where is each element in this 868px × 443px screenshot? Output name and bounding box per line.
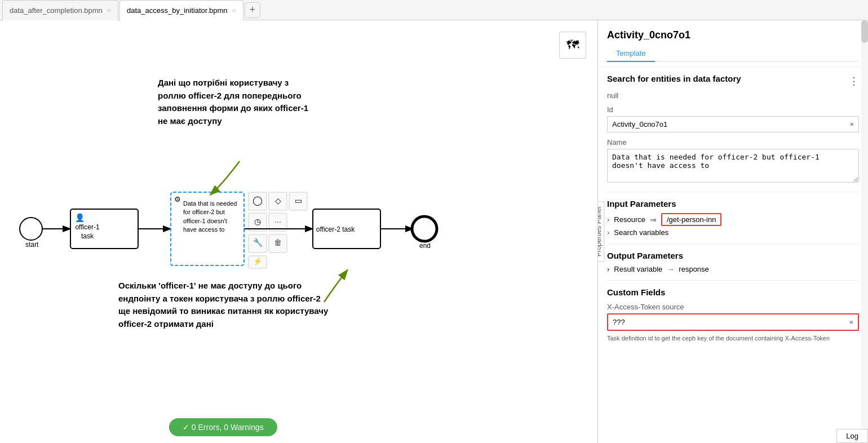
- svg-point-32: [412, 216, 437, 241]
- svg-rect-16: [249, 213, 267, 231]
- resource-arrow-icon: ⇒: [650, 215, 657, 224]
- panel-header: Activity_0cno7o1 Template: [598, 20, 868, 67]
- divider-1: [607, 192, 859, 192]
- divider-2: [607, 243, 859, 244]
- svg-text:start: start: [25, 241, 39, 249]
- svg-text:officer-1: officer-1: [75, 223, 99, 231]
- status-bar: ✓ 0 Errors, 0 Warnings: [169, 418, 277, 436]
- tab-label-2: data_access_by_initiator.bpmn: [127, 6, 228, 15]
- result-var-chevron[interactable]: ›: [607, 265, 609, 273]
- annotation-bottom-text: Оскільки 'officer-1' не має доступу до ц…: [118, 281, 328, 329]
- svg-rect-24: [249, 256, 267, 268]
- panel-title: Activity_0cno7o1: [607, 29, 859, 41]
- xaccess-clear-icon[interactable]: ×: [849, 318, 853, 326]
- svg-rect-18: [269, 213, 287, 231]
- resource-row: › Resource ⇒ /get-person-inn: [607, 213, 859, 226]
- input-params-title: Input Parameters: [607, 199, 859, 209]
- svg-text:⚡: ⚡: [253, 256, 263, 266]
- result-var-label: Result variable: [614, 265, 662, 273]
- svg-text:···: ···: [274, 217, 281, 226]
- tab-label-1: data_after_completion.bpmn: [10, 6, 103, 15]
- svg-text:◇: ◇: [275, 196, 281, 205]
- xaccess-value: ???: [613, 318, 625, 326]
- null-text: null: [607, 91, 859, 100]
- svg-rect-14: [289, 192, 307, 210]
- result-var-arrow: →: [667, 265, 674, 273]
- properties-panel-vertical-label: Properties Panel: [597, 202, 604, 262]
- svg-point-0: [20, 218, 42, 240]
- result-var-value: response: [679, 265, 708, 273]
- custom-fields-title: Custom Fields: [607, 287, 859, 297]
- status-label: ✓ 0 Errors, 0 Warnings: [183, 423, 264, 432]
- more-options-icon[interactable]: ⋮: [849, 75, 859, 87]
- tab-data-access-by-initiator[interactable]: data_access_by_initiator.bpmn ○: [119, 0, 243, 20]
- search-variables-row[interactable]: › Search variables: [607, 228, 859, 237]
- endpoint-tag[interactable]: /get-person-inn: [661, 213, 721, 226]
- tab-add-button[interactable]: +: [245, 2, 260, 18]
- svg-text:◯: ◯: [253, 196, 263, 206]
- svg-text:officer-2 task: officer-2 task: [316, 225, 355, 233]
- svg-rect-3: [70, 209, 138, 249]
- id-input[interactable]: Activity_0cno7o1 ×: [607, 116, 859, 132]
- search-vars-chevron[interactable]: ›: [607, 228, 609, 237]
- svg-rect-22: [269, 234, 287, 252]
- search-vars-label: Search variables: [614, 228, 668, 237]
- main-area: 🗺 Дані що потрібні користувачу з роллю o…: [0, 20, 868, 443]
- svg-text:◷: ◷: [254, 217, 261, 226]
- scrollbar[interactable]: [861, 20, 868, 443]
- svg-rect-12: [269, 192, 287, 210]
- svg-text:🔧: 🔧: [253, 238, 263, 247]
- divider-3: [607, 280, 859, 281]
- result-var-row: › Result variable → response: [607, 265, 859, 273]
- search-entities-title: Search for entities in data factory: [607, 74, 741, 83]
- svg-text:task: task: [81, 232, 94, 240]
- map-icon-button[interactable]: 🗺: [559, 32, 586, 59]
- tab-close-2[interactable]: ○: [232, 6, 236, 14]
- name-label: Name: [607, 138, 859, 147]
- properties-panel: Properties Panel Activity_0cno7o1 Templa…: [597, 20, 868, 443]
- annotation-top: Дані що потрібні користувачу з роллю off…: [158, 77, 316, 127]
- output-params-title: Output Parameters: [607, 251, 859, 260]
- svg-text:👤: 👤: [75, 213, 85, 223]
- resource-label: Resource: [614, 215, 645, 224]
- name-textarea[interactable]: [607, 149, 859, 183]
- svg-text:▭: ▭: [295, 196, 302, 205]
- svg-text:🗑: 🗑: [274, 238, 282, 247]
- id-clear-icon[interactable]: ×: [849, 120, 854, 129]
- svg-rect-20: [249, 234, 267, 252]
- scrollbar-thumb[interactable]: [861, 20, 868, 43]
- status-button[interactable]: ✓ 0 Errors, 0 Warnings: [169, 418, 277, 436]
- svg-rect-8: [171, 192, 244, 265]
- panel-body: Search for entities in data factory ⋮ nu…: [598, 67, 868, 443]
- annotation-bottom: Оскільки 'officer-1' не має доступу до ц…: [118, 280, 333, 330]
- id-label: Id: [607, 105, 859, 114]
- resource-chevron[interactable]: ›: [607, 215, 609, 224]
- svg-rect-10: [249, 192, 267, 210]
- canvas[interactable]: 🗺 Дані що потрібні користувачу з роллю o…: [0, 20, 597, 443]
- map-icon: 🗺: [566, 38, 579, 52]
- tab-data-after-completion[interactable]: data_after_completion.bpmn ○: [2, 0, 118, 20]
- svg-text:⚙: ⚙: [174, 195, 181, 203]
- tab-bar: data_after_completion.bpmn ○ data_access…: [0, 0, 868, 20]
- log-button[interactable]: Log: [836, 429, 868, 443]
- tab-close-1[interactable]: ○: [107, 6, 111, 14]
- svg-rect-29: [313, 209, 380, 249]
- svg-text:end: end: [419, 242, 431, 250]
- xaccess-hint: Task definition id to get the ceph key o…: [607, 334, 859, 343]
- panel-tab-bar: Template: [607, 46, 859, 62]
- id-value: Activity_0cno7o1: [612, 120, 667, 129]
- tab-template[interactable]: Template: [607, 46, 655, 62]
- xaccess-input[interactable]: ??? ×: [607, 313, 859, 331]
- annotation-top-text: Дані що потрібні користувачу з роллю off…: [158, 78, 308, 126]
- xaccess-label: X-Access-Token source: [607, 303, 859, 311]
